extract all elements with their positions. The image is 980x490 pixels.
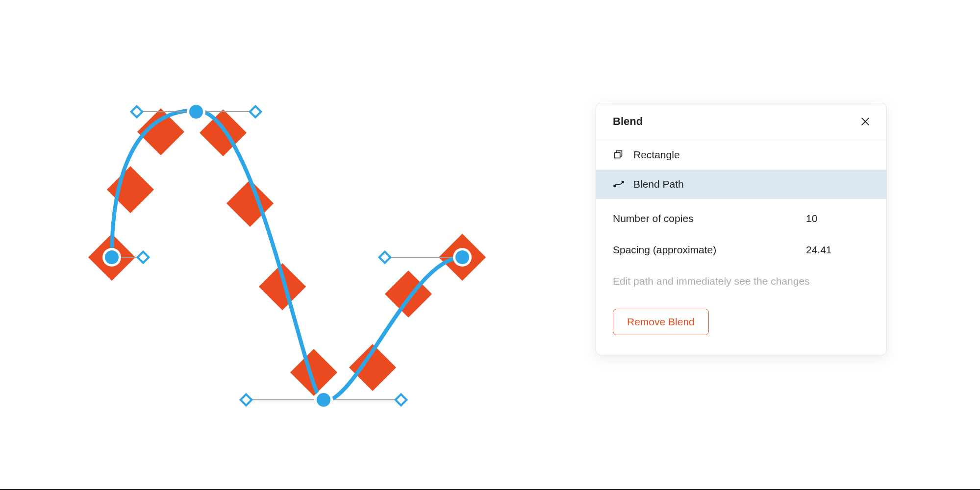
spacing-value[interactable]: 24.41 [806, 244, 870, 256]
list-item-label: Blend Path [633, 178, 684, 190]
spacing-label: Spacing (approximate) [613, 244, 716, 256]
hint-text: Edit path and immediately see the change… [613, 275, 870, 287]
panel-title: Blend [613, 115, 643, 128]
list-item-blend-path[interactable]: Blend Path [596, 170, 886, 199]
blend-svg [0, 0, 490, 490]
panel-header: Blend [596, 103, 886, 140]
control-handle[interactable] [131, 106, 143, 118]
control-handle[interactable] [250, 106, 261, 118]
blend-shape[interactable] [200, 109, 247, 156]
list-item-label: Rectangle [633, 149, 680, 161]
anchor-point[interactable] [455, 250, 469, 264]
anchor-point[interactable] [105, 250, 119, 264]
control-handle[interactable] [241, 394, 252, 406]
anchor-point[interactable] [317, 393, 330, 407]
copies-value[interactable]: 10 [806, 213, 870, 224]
blend-panel: Blend Rectangle [596, 103, 887, 355]
control-handle[interactable] [138, 252, 149, 263]
copies-row: Number of copies 10 [613, 213, 870, 224]
control-handle[interactable] [396, 394, 407, 406]
svg-point-4 [614, 185, 616, 187]
copies-label: Number of copies [613, 213, 694, 224]
list-item-rectangle[interactable]: Rectangle [596, 140, 886, 170]
spacing-row: Spacing (approximate) 24.41 [613, 244, 870, 256]
blend-path[interactable] [112, 110, 462, 402]
path-icon [613, 178, 625, 190]
canvas[interactable] [0, 0, 490, 490]
svg-rect-3 [615, 152, 620, 158]
panel-body: Number of copies 10 Spacing (approximate… [596, 199, 886, 355]
remove-blend-button[interactable]: Remove Blend [613, 309, 709, 335]
control-handle[interactable] [379, 252, 391, 263]
close-icon[interactable] [858, 114, 873, 129]
copy-rect-icon [613, 149, 625, 161]
svg-point-5 [622, 181, 624, 183]
anchor-point[interactable] [189, 105, 203, 119]
blend-source-list: Rectangle Blend Path [596, 140, 886, 199]
